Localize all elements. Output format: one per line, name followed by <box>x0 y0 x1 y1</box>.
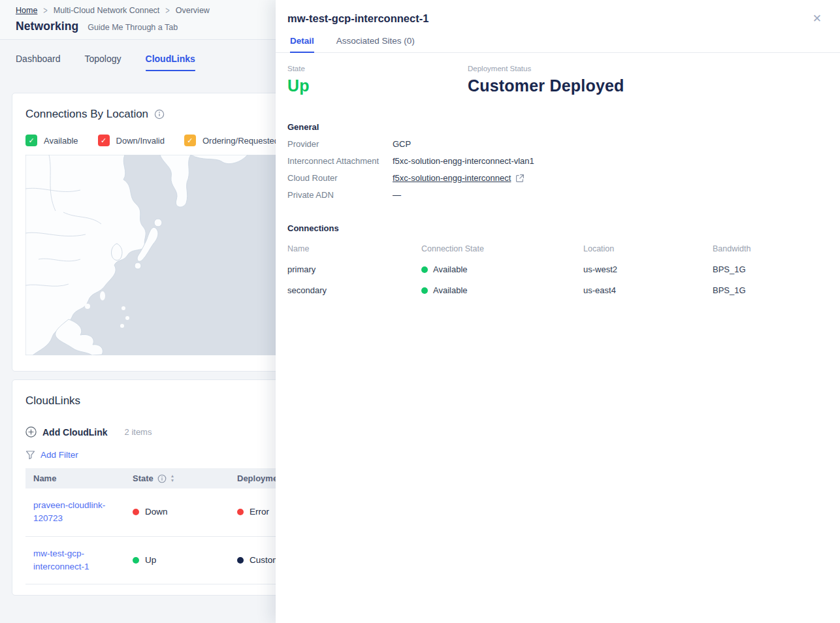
conn-state-label: Available <box>433 264 468 274</box>
column-header-state[interactable]: State ▲▼ <box>125 468 229 488</box>
tab-detail[interactable]: Detail <box>290 36 314 53</box>
deployment-dot <box>237 557 244 564</box>
external-link-icon[interactable] <box>515 174 525 183</box>
conn-col-name: Name <box>287 244 421 253</box>
add-cloudlink-button[interactable]: Add CloudLink <box>25 426 108 438</box>
sort-icon[interactable]: ▲▼ <box>170 474 174 483</box>
connections-header-row: Name Connection State Location Bandwidth <box>287 244 828 253</box>
drawer-tabs: Detail Associated Sites (0) <box>276 36 840 53</box>
legend-item-down-invalid: ✓ Down/Invalid <box>98 135 165 146</box>
cloudlink-detail-drawer: mw-test-gcp-interconnect-1 ✕ Detail Asso… <box>276 0 840 623</box>
general-heading: General <box>287 122 828 132</box>
general-section: General Provider GCP Interconnect Attach… <box>287 122 828 200</box>
column-header-name[interactable]: Name <box>25 468 125 488</box>
tab-topology[interactable]: Topology <box>85 54 121 71</box>
provider-value: GCP <box>393 139 411 149</box>
conn-location: us-west2 <box>583 264 713 274</box>
state-status: State Up <box>287 65 468 95</box>
breadcrumb-section[interactable]: Multi-Cloud Network Connect <box>54 6 160 15</box>
private-adn-value: — <box>393 190 401 200</box>
available-checkbox[interactable]: ✓ <box>25 135 37 146</box>
deployment-label: Error <box>250 505 269 519</box>
conn-name: secondary <box>287 285 421 295</box>
conn-name: primary <box>287 264 421 274</box>
down-invalid-checkbox[interactable]: ✓ <box>98 135 110 146</box>
interconnect-attachment-label: Interconnect Attachment <box>287 156 393 166</box>
tab-associated-sites[interactable]: Associated Sites (0) <box>336 36 415 53</box>
connection-row: primary Available us-west2 BPS_1G <box>287 264 828 274</box>
connections-section: Connections Name Connection State Locati… <box>287 223 828 295</box>
ordering-checkbox[interactable]: ✓ <box>184 135 196 146</box>
filter-funnel-icon <box>25 450 35 460</box>
conn-col-state: Connection State <box>421 244 583 253</box>
cloudlink-link[interactable]: mw-test-gcp-interconnect-1 <box>33 549 89 571</box>
state-dot <box>133 509 139 515</box>
add-cloudlink-label: Add CloudLink <box>42 427 108 438</box>
conn-col-bandwidth: Bandwidth <box>713 244 828 253</box>
connections-heading: Connections <box>287 223 828 233</box>
state-label: Down <box>145 505 168 519</box>
info-icon[interactable] <box>157 474 167 483</box>
conn-location: us-east4 <box>583 285 713 295</box>
guide-me-label[interactable]: Guide Me Through a Tab <box>88 23 178 32</box>
breadcrumb-current: Overview <box>176 6 210 15</box>
cloudlink-link[interactable]: praveen-cloudlink-120723 <box>33 500 105 523</box>
add-filter-label: Add Filter <box>40 450 78 460</box>
info-icon[interactable] <box>154 109 165 120</box>
chevron-right-icon: > <box>165 5 169 16</box>
legend-label-available: Available <box>44 136 78 146</box>
conn-state-dot <box>421 266 428 273</box>
connections-card-title: Connections By Location <box>25 108 148 121</box>
connection-row: secondary Available us-east4 BPS_1G <box>287 285 828 295</box>
conn-state-dot <box>421 287 428 294</box>
private-adn-label: Private ADN <box>287 190 393 200</box>
drawer-title: mw-test-gcp-interconnect-1 <box>287 12 822 25</box>
cloud-router-link[interactable]: f5xc-solution-engg-interconnect <box>393 173 511 183</box>
state-label: State <box>287 65 468 72</box>
close-icon[interactable]: ✕ <box>813 13 822 24</box>
legend-label-down-invalid: Down/Invalid <box>116 136 165 146</box>
conn-bandwidth: BPS_1G <box>713 264 828 274</box>
provider-label: Provider <box>287 139 393 149</box>
page-title: Networking <box>16 20 78 33</box>
deployment-status-label: Deployment Status <box>468 65 624 72</box>
legend-item-available: ✓ Available <box>25 135 78 146</box>
breadcrumb-home[interactable]: Home <box>16 6 37 15</box>
plus-circle-icon <box>25 426 37 438</box>
deployment-dot <box>237 509 244 515</box>
tab-cloudlinks[interactable]: CloudLinks <box>146 54 195 71</box>
state-value: Up <box>287 76 468 95</box>
state-label: Up <box>145 554 156 567</box>
conn-state-label: Available <box>433 285 468 295</box>
conn-bandwidth: BPS_1G <box>713 285 828 295</box>
conn-col-location: Location <box>583 244 713 253</box>
items-count: 2 items <box>125 427 152 437</box>
interconnect-attachment-value: f5xc-solution-engg-interconnect-vlan1 <box>393 156 534 166</box>
state-dot <box>133 557 139 564</box>
deployment-status: Deployment Status Customer Deployed <box>468 65 624 95</box>
cloud-router-label: Cloud Router <box>287 173 393 183</box>
deployment-status-value: Customer Deployed <box>468 76 624 95</box>
tab-dashboard[interactable]: Dashboard <box>16 54 61 71</box>
chevron-right-icon: > <box>43 5 47 16</box>
